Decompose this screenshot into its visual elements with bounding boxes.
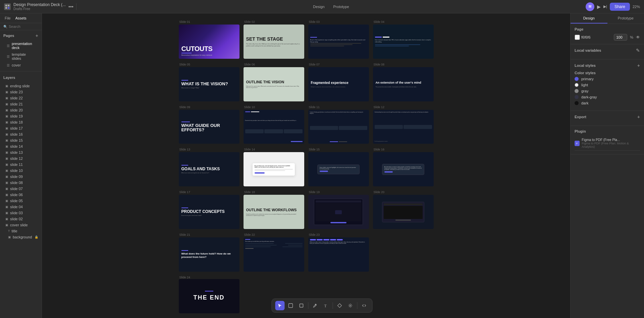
tool-pen[interactable]	[311, 301, 320, 310]
wire-header-20	[384, 203, 423, 205]
slide-thumb-3[interactable]: A user's first experience says everythin…	[308, 25, 369, 59]
share-button[interactable]: Share	[610, 3, 630, 11]
layer-icon-7: ▣	[5, 127, 8, 130]
slide-thumb-9[interactable]: WHAT GUIDE OUR EFFORTS?	[179, 110, 239, 144]
layer-slide-23[interactable]: ▣slide 23	[0, 89, 42, 95]
rs-eye-btn[interactable]: 👁	[636, 35, 640, 40]
info-lines-3	[310, 43, 367, 46]
layer-title[interactable]: Ttitle	[0, 228, 42, 234]
tool-components[interactable]	[335, 301, 344, 310]
tool-settings[interactable]	[346, 301, 355, 310]
page-icon-0: ☰	[7, 44, 10, 48]
play-btn[interactable]: ▶	[597, 4, 601, 9]
layer-slide-08[interactable]: ▣slide 08	[0, 180, 42, 186]
slide-thumb-4[interactable]: User research showed that 78% of users a…	[373, 25, 434, 59]
page-item-cover[interactable]: ☰ cover	[3, 62, 38, 69]
pages-add-btn[interactable]: +	[36, 33, 38, 38]
diagram-slide-10: Describe the key principles, frame and i…	[244, 110, 304, 144]
slide-thumb-22[interactable]: This is where you can talk about your ke…	[244, 237, 304, 272]
tool-text[interactable]: T	[321, 301, 331, 310]
slide-thumb-18[interactable]: OUTLINE THE WORKFLOWS Detail the problem…	[244, 195, 304, 229]
slide-thumb-19[interactable]	[308, 195, 369, 229]
layer-slide-06[interactable]: ▣slide 06	[0, 192, 42, 198]
slide-thumb-14[interactable]: As a product user, view by favorite item…	[244, 152, 304, 186]
slide-thumb-8[interactable]: An extension of the user's mind The prod…	[373, 67, 434, 101]
slide-thumb-21[interactable]: What does the future hold? How do we pro…	[179, 237, 239, 272]
toolbar-divider-2	[333, 302, 333, 309]
rs-export-add[interactable]: +	[637, 114, 640, 120]
tool-frame[interactable]	[286, 301, 296, 310]
rs-local-vars-edit[interactable]: ✎	[636, 48, 640, 53]
tool-cursor[interactable]	[275, 301, 285, 310]
slide-thumb-12[interactable]: Understanding how users move through the…	[373, 110, 434, 144]
layer-slide-09[interactable]: ▣slide 09	[0, 174, 42, 180]
slide-thumb-5[interactable]: WHAT IS THE VISION? What needs to change…	[179, 67, 239, 101]
layer-slide-17[interactable]: ▣slide 17	[0, 125, 42, 131]
slide-thumb-15[interactable]: Some drafts, view text highlights, list …	[308, 152, 369, 186]
layer-slide-19[interactable]: ▣slide 19	[0, 113, 42, 119]
layer-cover-slide[interactable]: ▣cover slide	[0, 222, 42, 228]
topbar-right: M ▶ ▶| Share 22%	[586, 2, 640, 11]
slide-thumb-6[interactable]: OUTLINE THE VISION Elaborate the current…	[244, 67, 304, 101]
page-item-template[interactable]: ☰ template slides	[3, 51, 38, 62]
slide-thumb-7[interactable]: Fragmented experience Multiple touchpoin…	[308, 67, 369, 101]
slide-thumb-13[interactable]: GOALS AND TASKS What use cases and goals…	[179, 152, 239, 186]
rs-opacity-input[interactable]	[614, 34, 627, 41]
layer-slide-15[interactable]: ▣slide 15	[0, 137, 42, 143]
layer-slide-02[interactable]: ▣slide 02	[0, 216, 42, 222]
rs-tab-prototype[interactable]: Prototype	[607, 13, 644, 24]
pages-section: Pages + ☰ presentation deck ☰ template s…	[0, 30, 42, 70]
modal-box-15: Some drafts, view text highlights, list …	[317, 165, 360, 174]
slide-thumb-23[interactable]: Differences make it easier to keep peopl…	[308, 237, 369, 272]
layer-slide-07[interactable]: ▣slide 07	[0, 186, 42, 192]
slide-thumb-1[interactable]: CUTOUTS Deconstruct inspirations for eas…	[179, 25, 239, 59]
layer-slide-22[interactable]: ▣slide 22	[0, 95, 42, 101]
slide-label-10: Slide 10	[244, 105, 304, 109]
slide-label-13: Slide 13	[179, 148, 239, 151]
layer-slide-14[interactable]: ▣slide 14	[0, 143, 42, 149]
rs-tab-design[interactable]: Design	[571, 13, 607, 24]
layer-slide-21[interactable]: ▣slide 21	[0, 101, 42, 107]
search-input[interactable]	[9, 25, 42, 29]
slide-thumb-17[interactable]: PRODUCT CONCEPTS How do we get to the fu…	[179, 195, 239, 229]
product-slide: PRODUCT CONCEPTS How do we get to the fu…	[179, 195, 239, 229]
design-tab-top[interactable]: Design	[310, 3, 328, 10]
layer-slide-18[interactable]: ▣slide 18	[0, 119, 42, 125]
page-item-presentation[interactable]: ☰ presentation deck	[3, 40, 38, 51]
layer-slide-13[interactable]: ▣slide 13	[0, 149, 42, 155]
data-sub-23: Differences make it easier to keep peopl…	[310, 241, 367, 244]
slide-thumb-end[interactable]: THE END	[179, 279, 239, 313]
slide-thumb-10[interactable]: Describe the key principles, frame and i…	[244, 110, 304, 144]
layer-slide-11[interactable]: ▣slide 11	[0, 162, 42, 168]
slide-wrapper-5: Slide 05 WHAT IS THE VISION? What needs …	[179, 63, 239, 101]
rs-bg-color-swatch[interactable]	[575, 35, 580, 40]
right-sidebar: Design Prototype Page f6f6f6 % 👁 Local v…	[570, 13, 644, 318]
sidebar-tab-assets[interactable]: Assets	[14, 15, 28, 21]
zoom-label: 22%	[633, 5, 640, 9]
sidebar-tab-file[interactable]: File	[3, 15, 12, 21]
layer-slide-04[interactable]: ▣slide 04	[0, 204, 42, 210]
layer-slide-03[interactable]: ▣slide 03	[0, 210, 42, 216]
layer-background[interactable]: ▣background🔒	[0, 234, 42, 240]
slide-thumb-16[interactable]: An interaction is easier to keep people …	[373, 152, 434, 186]
present-btn[interactable]: ▶|	[603, 4, 607, 9]
wire-btn-19	[330, 222, 346, 223]
layer-slide-12[interactable]: ▣slide 12	[0, 155, 42, 162]
layer-ending-slide[interactable]: ▣ending slide	[0, 83, 42, 89]
tool-code[interactable]	[360, 301, 369, 310]
rs-local-styles-add[interactable]: +	[637, 63, 640, 68]
info-vis-line-2	[375, 46, 409, 46]
slide-thumb-20[interactable]	[373, 195, 434, 229]
layer-slide-05[interactable]: ▣slide 05	[0, 198, 42, 204]
layer-icon-0: ▣	[5, 84, 8, 88]
plugin-item[interactable]: F Figma to PDF (Free Pla... Figma to PDF…	[575, 136, 640, 151]
slide-wrapper-13: Slide 13 GOALS AND TASKS What use cases …	[179, 148, 239, 186]
slide-thumb-11[interactable]: Context of finding specify ideas in new …	[308, 110, 369, 144]
prototype-tab-top[interactable]: Prototype	[330, 3, 353, 10]
layer-slide-16[interactable]: ▣slide 16	[0, 131, 42, 137]
file-menu-btn[interactable]: •••	[68, 4, 73, 9]
slide-thumb-2[interactable]: SET THE STAGE The what, why, how, who. W…	[244, 25, 304, 59]
layer-slide-10[interactable]: ▣slide 10	[0, 168, 42, 174]
layer-slide-20[interactable]: ▣slide 20	[0, 107, 42, 113]
tool-rect[interactable]	[297, 301, 306, 310]
